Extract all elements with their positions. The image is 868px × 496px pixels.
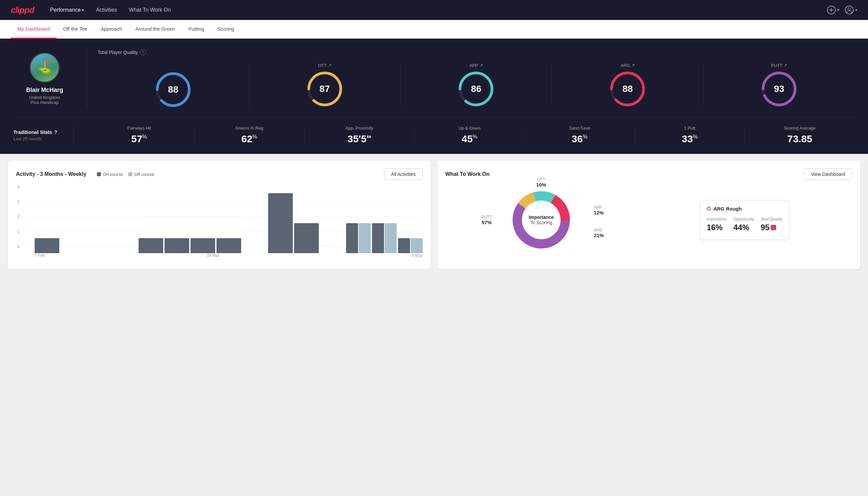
nav-right: ▾ ▾ xyxy=(827,5,857,15)
info-card-title: ARG Rough xyxy=(707,206,783,212)
stat-suffix-4: % xyxy=(583,134,587,140)
bar-group xyxy=(164,238,189,253)
tab-scoring[interactable]: Scoring xyxy=(211,20,241,38)
y-label-0: 0 xyxy=(17,245,20,249)
stat-label-5: 1 Putt xyxy=(684,126,695,130)
bar-group xyxy=(372,223,397,253)
score-label-ott: OTT ↗ xyxy=(318,63,331,68)
bar-chart-area: 0 1 2 3 4 xyxy=(25,187,423,253)
legend-on-course: On course xyxy=(97,172,123,177)
info-importance-value: 16% xyxy=(707,223,727,232)
bar-on-course xyxy=(139,238,163,253)
y-label-1: 1 xyxy=(17,230,20,234)
sub-nav: My Dashboard Off the Tee Approach Around… xyxy=(0,20,868,38)
all-activities-button[interactable]: All Activities xyxy=(384,169,423,180)
legend-on-course-dot xyxy=(97,172,101,176)
info-col-importance: Importance 16% xyxy=(707,217,727,232)
bar-group xyxy=(294,223,319,253)
trad-title: Traditional Stats ? xyxy=(13,129,73,135)
quality-scores: 88 OTT ↗ 87 APP ↗ 86 ARG ↗ xyxy=(98,62,855,108)
stat-value-3: 45% xyxy=(462,133,478,144)
score-number-total: 88 xyxy=(168,84,178,95)
legend-off-course: Off course xyxy=(128,172,154,177)
bottom-section: Activity - 3 Months - Weekly On course O… xyxy=(0,154,868,276)
bar-on-course xyxy=(35,238,59,253)
bar-group xyxy=(139,238,163,253)
score-number-arg: 88 xyxy=(622,83,633,94)
score-item-arg: ARG ↗ 88 xyxy=(552,63,704,107)
y-label-3: 3 xyxy=(17,200,20,204)
trad-stats-row: Fairways Hit 57% Greens In Reg 62% App. … xyxy=(73,126,855,144)
info-card-dot xyxy=(707,206,711,211)
legend-off-course-dot xyxy=(128,172,132,176)
stat-label-6: Scoring Average xyxy=(784,126,816,130)
user-menu[interactable]: ▾ xyxy=(845,5,857,15)
view-dashboard-button[interactable]: View Dashboard xyxy=(804,169,852,180)
score-item-total: 88 xyxy=(98,62,249,108)
bar-on-course xyxy=(398,238,410,253)
top-nav: clippd Performance ▾ Activities What To … xyxy=(0,0,868,20)
work-on-title: What To Work On xyxy=(445,171,490,177)
info-icon[interactable]: ? xyxy=(140,49,146,55)
bar-group xyxy=(190,238,215,253)
donut-center-text: Importance To Scoring xyxy=(528,215,554,225)
score-number-app: 86 xyxy=(471,83,481,94)
donut-label-arg: ARG 21% xyxy=(594,228,604,238)
nav-performance[interactable]: Performance ▾ xyxy=(50,7,84,13)
player-info: Blair McHarg United Kingdom Plus Handica… xyxy=(13,52,86,105)
nav-activities[interactable]: Activities xyxy=(96,7,117,13)
bar-on-course xyxy=(164,238,189,253)
stat-col-5: 1 Putt 33% xyxy=(635,126,745,144)
bar-chart-container: 0 1 2 3 4 xyxy=(16,187,423,261)
bar-group xyxy=(398,238,423,253)
y-label-4: 4 xyxy=(17,185,20,189)
traditional-stats: Traditional Stats ? Last 20 rounds Fairw… xyxy=(13,117,855,144)
quality-title: Total Player Quality ? xyxy=(98,49,855,55)
nav-what-to-work-on[interactable]: What To Work On xyxy=(129,7,171,13)
donut-label-putt: PUTT 57% xyxy=(481,215,492,225)
stat-value-5: 33% xyxy=(682,133,698,144)
avatar-image xyxy=(31,53,59,82)
stat-label-1: Greens In Reg xyxy=(235,126,264,130)
tab-off-the-tee[interactable]: Off the Tee xyxy=(57,20,94,38)
add-button[interactable]: ▾ xyxy=(827,5,839,15)
stat-col-4: Sand Save 36% xyxy=(525,126,635,144)
stat-value-0: 57% xyxy=(131,133,147,144)
tab-approach[interactable]: Approach xyxy=(94,20,129,38)
bar-group xyxy=(35,238,59,253)
bar-on-course xyxy=(372,223,384,253)
x-label-feb: 7 Feb xyxy=(35,253,45,258)
info-col-opportunity: Opportunity 44% xyxy=(733,217,754,232)
bar-on-course xyxy=(217,238,241,253)
info-col-shot-quality: Shot Quality 95 ↓ xyxy=(761,217,783,232)
stat-suffix-0: % xyxy=(142,134,147,140)
activity-card-title: Activity - 3 Months - Weekly xyxy=(16,171,86,177)
app-logo: clippd xyxy=(11,5,34,15)
tab-around-the-green[interactable]: Around the Green xyxy=(129,20,182,38)
stat-col-6: Scoring Average 73.85 xyxy=(745,126,855,144)
trad-info-icon[interactable]: ? xyxy=(54,129,57,135)
stat-label-0: Fairways Hit xyxy=(127,126,151,130)
arrow-up-icon: ↗ xyxy=(328,63,331,68)
activity-card: Activity - 3 Months - Weekly On course O… xyxy=(8,160,431,269)
chevron-down-icon-add: ▾ xyxy=(837,8,839,12)
info-card-row: Importance 16% Opportunity 44% Shot Qual… xyxy=(707,217,783,232)
score-number-putt: 93 xyxy=(774,83,784,94)
stat-col-0: Fairways Hit 57% xyxy=(84,126,194,144)
bar-off-course xyxy=(385,223,397,253)
tab-putting[interactable]: Putting xyxy=(182,20,211,38)
stat-col-3: Up & Down 45% xyxy=(415,126,525,144)
donut-wrap: PUTT 57% OTT 10% APP 12% ARG 21% xyxy=(508,187,574,253)
stat-suffix-3: % xyxy=(473,134,477,140)
score-label-app: APP ↗ xyxy=(469,63,483,68)
circle-score-ott: 87 xyxy=(306,71,343,107)
score-label-arg: ARG ↗ xyxy=(620,63,634,68)
donut-container: PUTT 57% OTT 10% APP 12% ARG 21% xyxy=(445,187,852,253)
arrow-up-icon: ↗ xyxy=(784,63,787,68)
x-label-mar: 28 Mar xyxy=(207,253,219,258)
nav-links: Performance ▾ Activities What To Work On xyxy=(50,7,171,13)
tab-my-dashboard[interactable]: My Dashboard xyxy=(11,20,57,38)
bar-group xyxy=(217,238,241,253)
circle-score-putt: 93 xyxy=(761,71,798,107)
score-label-putt: PUTT ↗ xyxy=(771,63,787,68)
